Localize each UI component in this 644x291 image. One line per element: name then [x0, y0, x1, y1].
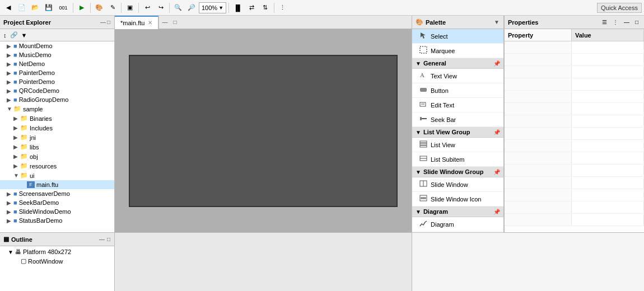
palette-item-seekbar[interactable]: Seek Bar — [412, 112, 503, 127]
expand-icon[interactable]: ▶ — [13, 163, 20, 169]
tree-item-obj[interactable]: ▶ 📁 obj — [0, 152, 114, 161]
tree-item-seekbardemo[interactable]: ▶ ■ SeekBarDemo — [0, 198, 114, 207]
palette-item-marquee[interactable]: Marquee — [412, 44, 503, 58]
toolbar-btn-undo[interactable]: ↩ — [141, 2, 153, 14]
toolbar-btn-zoom-in[interactable]: 🔎 — [185, 2, 198, 14]
tree-item-ui[interactable]: ▼ 📁 ui — [0, 171, 114, 180]
outline-maximize[interactable]: □ — [106, 236, 111, 243]
project-explorer-minimize[interactable]: ― — [100, 18, 106, 26]
tree-item-includes[interactable]: ▶ 📁 Includes — [0, 123, 114, 133]
section-pin-icon[interactable]: 📌 — [493, 169, 500, 175]
properties-btn2[interactable]: ⋮ — [610, 18, 620, 26]
toolbar-btn-grid[interactable]: ⋮ — [277, 2, 289, 14]
tree-item-label: Includes — [30, 125, 53, 132]
palette-item-diagram[interactable]: Diagram — [412, 217, 503, 232]
expand-icon[interactable]: ▶ — [7, 43, 13, 49]
toolbar-btn-counter[interactable]: 001 — [56, 2, 71, 14]
expand-icon[interactable]: ▶ — [13, 134, 20, 140]
expand-icon[interactable]: ▶ — [13, 153, 20, 159]
section-pin-icon[interactable]: 📌 — [493, 60, 500, 67]
expand-icon[interactable]: ▶ — [13, 115, 20, 121]
editor-min-btn[interactable]: ― — [159, 18, 170, 26]
expand-icon[interactable]: ▶ — [7, 79, 13, 85]
project-explorer-maximize[interactable]: □ — [106, 18, 111, 26]
properties-maximize[interactable]: □ — [633, 18, 641, 26]
editor-canvas[interactable] — [129, 55, 398, 207]
toolbar-btn-select-rect[interactable]: ▣ — [124, 2, 136, 14]
palette-item-edittext[interactable]: Edit Text — [412, 98, 503, 112]
tree-item-radiogroupdemo[interactable]: ▶ ■ RadioGroupDemo — [0, 95, 114, 104]
expand-icon[interactable]: ▶ — [7, 88, 13, 94]
expand-icon[interactable]: ▶ — [7, 200, 13, 206]
palette-item-listview[interactable]: List View — [412, 138, 503, 152]
palette-menu-btn[interactable]: ▼ — [493, 18, 500, 26]
toolbar-btn-run[interactable]: ▶ — [76, 2, 88, 14]
palette-item-slidewindowicon[interactable]: Slide Window Icon — [412, 192, 503, 206]
expand-icon[interactable]: ▶ — [7, 61, 13, 67]
palette-section-diagram[interactable]: ▼ Diagram 📌 — [412, 206, 503, 217]
toolbar-btn-color[interactable]: 🎨 — [93, 2, 105, 14]
zoom-dropdown-icon[interactable]: ▼ — [218, 5, 223, 11]
toolbar-btn-align2[interactable]: ⇄ — [246, 2, 258, 14]
tree-item-musicdemo[interactable]: ▶ ■ MusicDemo — [0, 50, 114, 59]
tree-view-toggle-btn[interactable]: ▼ — [20, 31, 29, 40]
toolbar-btn-align1[interactable]: ▐▌ — [231, 2, 245, 14]
expand-icon[interactable]: ▶ — [7, 218, 13, 224]
expand-icon[interactable]: ▼ — [13, 172, 20, 179]
tree-item-binaries[interactable]: ▶ 📁 Binaries — [0, 114, 114, 123]
outline-expand-icon[interactable]: ▼ — [8, 249, 13, 255]
tree-item-painterdemo[interactable]: ▶ ■ PainterDemo — [0, 68, 114, 77]
tree-item-qrcodedemo[interactable]: ▶ ■ QRCodeDemo — [0, 86, 114, 95]
expand-icon[interactable]: ▼ — [7, 106, 13, 112]
expand-icon[interactable]: ▶ — [7, 191, 13, 197]
toolbar-btn-open[interactable]: 📂 — [29, 2, 41, 14]
expand-icon[interactable]: ▶ — [7, 52, 13, 58]
properties-minimize[interactable]: ― — [622, 18, 632, 26]
expand-icon[interactable]: ▶ — [7, 70, 13, 76]
editor-tab-close-btn[interactable]: ✕ — [148, 20, 152, 26]
tree-item-main-ftu[interactable]: ▶ F main.ftu — [0, 180, 114, 189]
section-pin-icon[interactable]: 📌 — [493, 129, 500, 135]
palette-item-listsubitem[interactable]: List Subitem — [412, 152, 503, 167]
palette-section-general[interactable]: ▼ General 📌 — [412, 58, 503, 69]
palette-item-button[interactable]: Button — [412, 83, 503, 98]
properties-btn1[interactable]: ☰ — [600, 18, 609, 26]
palette-item-select[interactable]: Select — [412, 29, 503, 44]
link-editor-btn[interactable]: 🔗 — [9, 30, 19, 40]
outline-item-platform[interactable]: ▼ 🖶 Platform 480x272 — [1, 247, 113, 256]
editor-canvas-area[interactable] — [115, 29, 412, 232]
palette-section-listview[interactable]: ▼ List View Group 📌 — [412, 127, 503, 138]
tree-item-netdemo[interactable]: ▶ ■ NetDemo — [0, 59, 114, 68]
expand-icon[interactable]: ▶ — [7, 97, 13, 103]
toolbar-btn-1[interactable]: ◀ — [2, 2, 15, 14]
outline-minimize[interactable]: ― — [99, 236, 105, 243]
toolbar-btn-pen[interactable]: ✎ — [106, 2, 119, 14]
toolbar-btn-save[interactable]: 💾 — [43, 2, 55, 14]
expand-icon[interactable]: ▶ — [7, 209, 13, 215]
toolbar-btn-new[interactable]: 📄 — [16, 2, 28, 14]
palette-item-textview[interactable]: A Text View — [412, 69, 503, 83]
palette-section-slidewindow[interactable]: ▼ Slide Window Group 📌 — [412, 167, 503, 177]
tree-item-screensaverdemo[interactable]: ▶ ■ ScreensaverDemo — [0, 189, 114, 198]
toolbar-btn-redo[interactable]: ↪ — [155, 2, 167, 14]
tree-item-resources[interactable]: ▶ 📁 resources — [0, 161, 114, 171]
tree-item-sample[interactable]: ▼ 📁 sample — [0, 104, 114, 114]
expand-icon[interactable]: ▶ — [13, 125, 20, 131]
editor-max-btn[interactable]: □ — [170, 18, 179, 26]
section-pin-icon[interactable]: 📌 — [493, 209, 500, 215]
toolbar-btn-zoom-out[interactable]: 🔍 — [172, 2, 184, 14]
toolbar-btn-align3[interactable]: ⇅ — [259, 2, 272, 14]
tree-item-slidewindowdemo[interactable]: ▶ ■ SlideWindowDemo — [0, 207, 114, 216]
tree-item-jni[interactable]: ▶ 📁 jni — [0, 133, 114, 142]
palette-item-slidewindow[interactable]: Slide Window — [412, 177, 503, 192]
quick-access-btn[interactable]: Quick Access — [597, 3, 642, 13]
tree-item-label: RadioGroupDemo — [19, 96, 69, 103]
tree-item-mountdemo[interactable]: ▶ ■ MountDemo — [0, 41, 114, 50]
tree-item-statusbardemo[interactable]: ▶ ■ StatusBarDemo — [0, 216, 114, 225]
tree-item-pointerdemo[interactable]: ▶ ■ PointerDemo — [0, 77, 114, 86]
expand-icon[interactable]: ▶ — [13, 144, 20, 150]
editor-tab-main-ftu[interactable]: *main.ftu ✕ — [115, 16, 158, 29]
collapse-all-btn[interactable]: ↕ — [2, 31, 8, 40]
outline-item-rootwindow[interactable]: ▶ ▢ RootWindow — [1, 256, 113, 266]
tree-item-libs[interactable]: ▶ 📁 libs — [0, 142, 114, 152]
